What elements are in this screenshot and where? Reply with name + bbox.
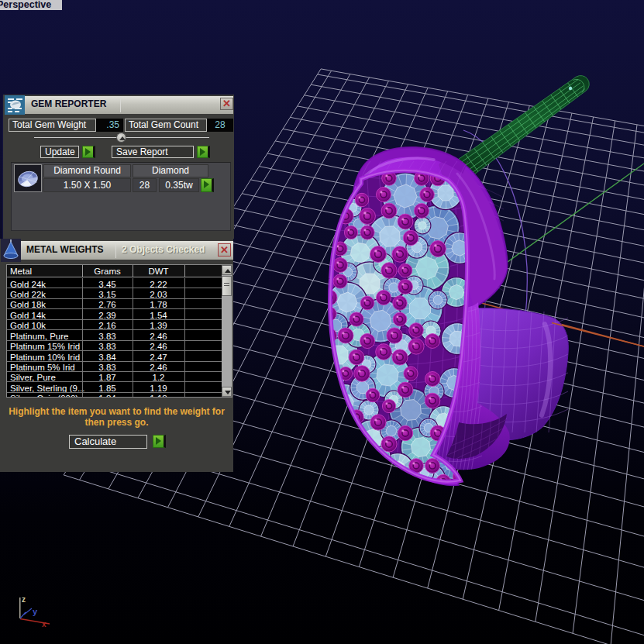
svg-text:z: z — [22, 595, 26, 604]
svg-text:x: x — [42, 620, 46, 629]
svg-text:y: y — [33, 607, 38, 616]
